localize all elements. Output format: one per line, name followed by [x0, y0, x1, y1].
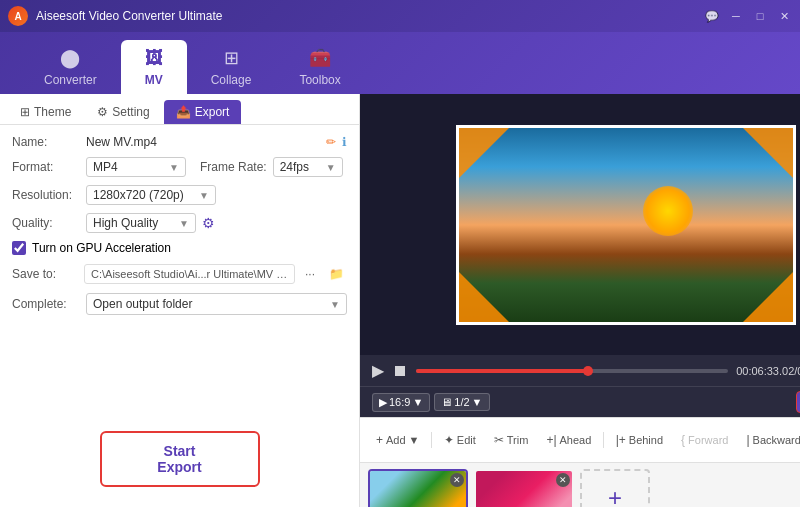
quality-select[interactable]: High Quality ▼	[86, 213, 196, 233]
stop-icon[interactable]: ⏹	[392, 362, 408, 380]
saveto-row: Save to: C:\Aiseesoft Studio\Ai...r Ulti…	[12, 263, 347, 285]
toolbar-bar: ▶ 16:9 ▼ 🖥 1/2 ▼ Start Export	[360, 386, 800, 417]
corner-decoration-bl	[459, 272, 509, 322]
quality-arrow-icon: ▼	[179, 218, 189, 229]
left-panel: ⊞ Theme ⚙ Setting 📤 Export Name: New MV.…	[0, 94, 360, 507]
subtab-setting-label: Setting	[112, 105, 149, 119]
tab-converter[interactable]: ⬤ Converter	[20, 40, 121, 94]
add-btn[interactable]: + Add ▼	[368, 430, 427, 450]
export-form: Name: New MV.mp4 ✏ ℹ Format: MP4 ▼ Frame…	[0, 125, 359, 411]
saveto-folder-icon[interactable]: 📁	[325, 263, 347, 285]
tab-toolbox[interactable]: 🧰 Toolbox	[275, 40, 364, 94]
monitor-icon: 🖥	[441, 396, 452, 408]
app-logo: A	[8, 6, 28, 26]
tab-collage-label: Collage	[211, 73, 252, 87]
sun-graphic	[643, 186, 693, 236]
clip-item-2[interactable]: ✕	[474, 469, 574, 507]
close-btn[interactable]: ✕	[776, 8, 792, 24]
complete-label: Complete:	[12, 297, 80, 311]
framerate-label: Frame Rate:	[200, 160, 267, 174]
complete-select[interactable]: Open output folder ▼	[86, 293, 347, 315]
setting-icon: ⚙	[97, 105, 108, 119]
theme-icon: ⊞	[20, 105, 30, 119]
subtab-theme[interactable]: ⊞ Theme	[8, 100, 83, 124]
add-arrow-icon: ▼	[409, 434, 420, 446]
converter-icon: ⬤	[60, 47, 80, 69]
start-export-small-button[interactable]: Start Export	[796, 391, 800, 413]
corner-decoration-tr	[743, 128, 793, 178]
resolution-label: Resolution:	[12, 188, 80, 202]
forward-btn[interactable]: { Forward	[673, 430, 736, 450]
resolution-row: Resolution: 1280x720 (720p) ▼	[12, 185, 347, 205]
subtab-setting[interactable]: ⚙ Setting	[85, 100, 161, 124]
monitor-arrow-icon: ▼	[472, 396, 483, 408]
sub-tabs: ⊞ Theme ⚙ Setting 📤 Export	[0, 94, 359, 125]
trim-btn[interactable]: ✂ Trim	[486, 430, 537, 450]
name-row: Name: New MV.mp4 ✏ ℹ	[12, 135, 347, 149]
saveto-more-icon[interactable]: ···	[299, 263, 321, 285]
monitor-select[interactable]: 🖥 1/2 ▼	[434, 393, 489, 411]
clip-item-1[interactable]: ✕ ▶ 🔊 ✂	[368, 469, 468, 507]
collage-icon: ⊞	[224, 47, 239, 69]
progress-dot	[583, 366, 593, 376]
tab-toolbox-label: Toolbox	[299, 73, 340, 87]
format-select[interactable]: MP4 ▼	[86, 157, 186, 177]
edit-name-icon[interactable]: ✏	[326, 135, 336, 149]
tab-mv-label: MV	[145, 73, 163, 87]
forward-icon: {	[681, 433, 685, 447]
backward-icon: |	[746, 433, 749, 447]
main-content: ⊞ Theme ⚙ Setting 📤 Export Name: New MV.…	[0, 94, 800, 507]
video-preview	[360, 94, 800, 355]
app-title: Aiseesoft Video Converter Ultimate	[36, 9, 704, 23]
info-icon[interactable]: ℹ	[342, 135, 347, 149]
nav-tabs: ⬤ Converter 🖼 MV ⊞ Collage 🧰 Toolbox	[0, 32, 800, 94]
time-display: 00:06:33.02/00:07:25.04	[736, 365, 800, 377]
saveto-path: C:\Aiseesoft Studio\Ai...r Ultimate\MV E…	[84, 264, 295, 284]
tab-converter-label: Converter	[44, 73, 97, 87]
subtab-export-label: Export	[195, 105, 230, 119]
progress-bar[interactable]	[416, 369, 728, 373]
ahead-btn[interactable]: +| Ahead	[538, 430, 599, 450]
aspect-label: ▶	[379, 396, 387, 409]
export-icon: 📤	[176, 105, 191, 119]
progress-fill	[416, 369, 588, 373]
quality-label: Quality:	[12, 216, 80, 230]
chat-icon[interactable]: 💬	[704, 8, 720, 24]
controls-bar: ▶ ⏹ 00:06:33.02/00:07:25.04 🔊	[360, 355, 800, 386]
minimize-btn[interactable]: ─	[728, 8, 744, 24]
play-icon[interactable]: ▶	[372, 361, 384, 380]
preview-frame	[456, 125, 796, 325]
edit-btn[interactable]: ✦ Edit	[436, 430, 484, 450]
complete-arrow-icon: ▼	[330, 299, 340, 310]
corner-decoration-br	[743, 272, 793, 322]
add-icon: +	[376, 433, 383, 447]
maximize-btn[interactable]: □	[752, 8, 768, 24]
ahead-icon: +|	[546, 433, 556, 447]
resolution-select[interactable]: 1280x720 (720p) ▼	[86, 185, 216, 205]
gpu-row: Turn on GPU Acceleration	[12, 241, 347, 255]
mv-icon: 🖼	[145, 48, 163, 69]
tab-collage[interactable]: ⊞ Collage	[187, 40, 276, 94]
aspect-select[interactable]: ▶ 16:9 ▼	[372, 393, 430, 412]
tab-mv[interactable]: 🖼 MV	[121, 40, 187, 94]
subtab-export[interactable]: 📤 Export	[164, 100, 242, 124]
clip-remove-1[interactable]: ✕	[450, 473, 464, 487]
clips-area: ✕ ▶ 🔊 ✂ ✕ +	[360, 463, 800, 507]
saveto-label: Save to:	[12, 267, 80, 281]
corner-decoration-tl	[459, 128, 509, 178]
backward-btn[interactable]: | Backward	[738, 430, 800, 450]
edit-icon: ✦	[444, 433, 454, 447]
clip-remove-2[interactable]: ✕	[556, 473, 570, 487]
add-clip-btn[interactable]: +	[580, 469, 650, 507]
timeline: + Add ▼ ✦ Edit ✂ Trim +| Ahead	[360, 417, 800, 507]
trim-icon: ✂	[494, 433, 504, 447]
behind-btn[interactable]: |+ Behind	[608, 430, 671, 450]
name-value: New MV.mp4	[86, 135, 320, 149]
gpu-checkbox[interactable]	[12, 241, 26, 255]
framerate-select[interactable]: 24fps ▼	[273, 157, 343, 177]
subtab-theme-label: Theme	[34, 105, 71, 119]
quality-settings-icon[interactable]: ⚙	[202, 215, 215, 231]
format-label: Format:	[12, 160, 80, 174]
format-row: Format: MP4 ▼ Frame Rate: 24fps ▼	[12, 157, 347, 177]
start-export-main-button[interactable]: Start Export	[100, 431, 260, 487]
